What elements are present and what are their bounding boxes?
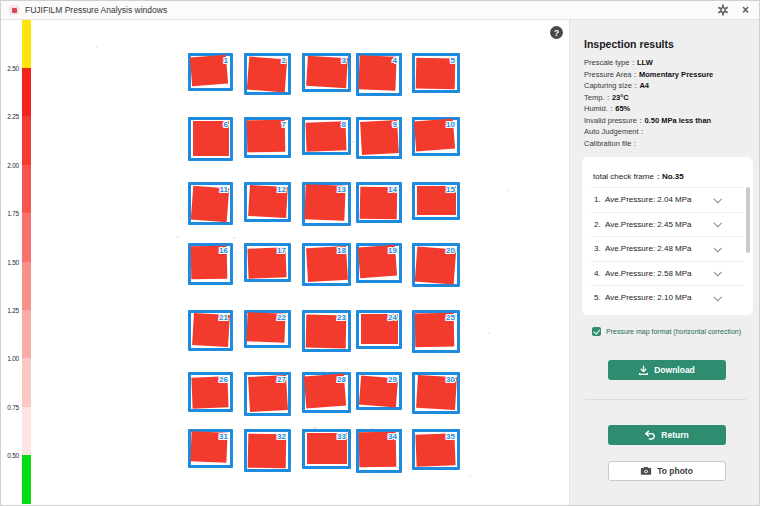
total-check-frame-value: No.35 bbox=[662, 172, 684, 181]
result-row[interactable]: 5.Ave.Pressure: 2.10 MPa bbox=[591, 285, 744, 310]
pressure-patch[interactable]: 24 bbox=[356, 310, 402, 349]
patch-number: 7 bbox=[282, 120, 286, 129]
pressure-map-format-checkbox[interactable] bbox=[592, 327, 601, 336]
patch-number: 25 bbox=[446, 313, 455, 322]
results-scrollbar[interactable] bbox=[746, 187, 750, 253]
chevron-down-icon[interactable] bbox=[713, 219, 721, 227]
app-icon bbox=[9, 5, 19, 15]
patch-number: 32 bbox=[277, 432, 286, 441]
scale-segment-above-max bbox=[22, 20, 31, 68]
field-value: 0.50 MPa less than bbox=[644, 116, 711, 125]
pressure-patch[interactable]: 27 bbox=[244, 372, 291, 416]
pressure-patch[interactable]: 13 bbox=[302, 182, 351, 226]
patch-number: 31 bbox=[219, 432, 228, 441]
field-value: 65% bbox=[615, 104, 630, 113]
pressure-patch[interactable]: 29 bbox=[356, 372, 402, 410]
patch-pressure-area bbox=[416, 58, 456, 90]
film-noise-speck bbox=[469, 475, 471, 477]
pressure-patch[interactable]: 23 bbox=[302, 310, 351, 352]
patch-number: 27 bbox=[277, 375, 286, 384]
result-row[interactable]: 3.Ave.Pressure: 2.48 MPa bbox=[591, 236, 744, 261]
result-text: Ave.Pressure: 2.10 MPa bbox=[605, 293, 692, 302]
pressure-patch[interactable]: 10 bbox=[412, 117, 460, 156]
pressure-patch[interactable]: 28 bbox=[302, 372, 351, 413]
pressure-patch[interactable]: 3 bbox=[302, 53, 351, 92]
patch-number: 28 bbox=[337, 375, 346, 384]
result-row[interactable]: 4.Ave.Pressure: 2.58 MPa bbox=[591, 261, 744, 286]
pressure-patch[interactable]: 30 bbox=[412, 372, 460, 414]
patch-number: 2 bbox=[282, 56, 286, 65]
to-photo-button[interactable]: To photo bbox=[608, 461, 726, 481]
patch-number: 34 bbox=[388, 432, 397, 441]
chevron-down-icon[interactable] bbox=[713, 268, 721, 276]
patch-number: 14 bbox=[388, 185, 397, 194]
result-row[interactable]: 2.Ave.Pressure: 2.45 MPa bbox=[591, 212, 744, 237]
pressure-patch[interactable]: 34 bbox=[356, 429, 402, 473]
total-check-frame-label: total check frame： bbox=[593, 172, 662, 181]
total-check-frame: total check frame：No.35 bbox=[591, 171, 744, 182]
pressure-patch[interactable]: 31 bbox=[188, 429, 233, 468]
patch-number: 16 bbox=[219, 246, 228, 255]
pressure-patch[interactable]: 15 bbox=[412, 182, 460, 220]
scale-segment bbox=[22, 68, 31, 117]
scale-tick-label: 1.50 bbox=[1, 258, 19, 265]
field-label: Calibration file : bbox=[584, 139, 636, 148]
patch-number: 5 bbox=[451, 56, 455, 65]
film-noise-speck bbox=[507, 189, 509, 191]
result-index: 2. bbox=[594, 220, 605, 229]
title-bar: FUJIFILM Pressure Analysis windows × bbox=[1, 1, 759, 20]
inspection-fields: Prescale type：LLWPressure Area：Momentary… bbox=[584, 57, 749, 149]
download-button[interactable]: Download bbox=[608, 360, 726, 380]
pressure-patch[interactable]: 32 bbox=[244, 429, 291, 472]
result-row[interactable]: 1.Ave.Pressure: 2.04 MPa bbox=[591, 187, 744, 212]
pressure-patch[interactable]: 12 bbox=[244, 182, 291, 222]
pressure-patch[interactable]: 26 bbox=[188, 372, 233, 412]
chevron-down-icon[interactable] bbox=[713, 195, 721, 203]
pressure-patch[interactable]: 1 bbox=[188, 53, 233, 91]
patch-number: 20 bbox=[446, 246, 455, 255]
field-label: Pressure Area： bbox=[584, 70, 639, 79]
chevron-down-icon[interactable] bbox=[713, 293, 721, 301]
field-label: Temp.： bbox=[584, 93, 612, 102]
pressure-patch[interactable]: 7 bbox=[244, 117, 291, 158]
inspection-field-row: Pressure Area：Momentary Pressure bbox=[584, 69, 749, 81]
chevron-down-icon[interactable] bbox=[713, 244, 721, 252]
scale-tick-label: 1.25 bbox=[1, 307, 19, 314]
scale-tick-label: 1.75 bbox=[1, 210, 19, 217]
pressure-patch[interactable]: 16 bbox=[188, 243, 233, 285]
inspection-results-panel: Inspection results Prescale type：LLWPres… bbox=[569, 20, 760, 505]
close-icon[interactable]: × bbox=[742, 4, 749, 16]
film-noise-speck bbox=[351, 141, 355, 143]
patch-number: 11 bbox=[220, 185, 228, 194]
pressure-patch[interactable]: 2 bbox=[244, 53, 291, 95]
return-button[interactable]: Return bbox=[608, 425, 726, 445]
pressure-patch[interactable]: 18 bbox=[302, 243, 351, 286]
film-noise-speck bbox=[233, 237, 236, 239]
inspection-field-row: Humid.：65% bbox=[584, 103, 749, 115]
pressure-patch[interactable]: 21 bbox=[188, 310, 233, 351]
field-label: Prescale type： bbox=[584, 58, 637, 67]
pressure-patch[interactable]: 14 bbox=[356, 182, 402, 223]
pressure-patch[interactable]: 19 bbox=[356, 243, 402, 283]
pressure-patch[interactable]: 20 bbox=[412, 243, 460, 287]
patch-number: 21 bbox=[219, 313, 228, 322]
pressure-patch[interactable]: 6 bbox=[188, 117, 233, 161]
pressure-patch[interactable]: 17 bbox=[244, 243, 291, 282]
film-noise-speck bbox=[176, 236, 179, 238]
pressure-patch[interactable]: 9 bbox=[356, 117, 402, 159]
settings-gear-icon[interactable] bbox=[717, 4, 729, 16]
pressure-patch[interactable]: 33 bbox=[302, 429, 351, 469]
pressure-patch[interactable]: 25 bbox=[412, 310, 460, 353]
pressure-patch[interactable]: 11 bbox=[188, 182, 233, 225]
pressure-patch[interactable]: 22 bbox=[244, 310, 291, 348]
pressure-patch[interactable]: 35 bbox=[412, 429, 460, 470]
pressure-patch[interactable]: 5 bbox=[412, 53, 460, 93]
scale-segment bbox=[22, 310, 31, 359]
result-text: Ave.Pressure: 2.04 MPa bbox=[605, 195, 692, 204]
help-icon[interactable]: ? bbox=[550, 26, 563, 39]
patch-number: 9 bbox=[393, 120, 397, 129]
pressure-patch[interactable]: 4 bbox=[356, 53, 402, 96]
patch-number: 33 bbox=[337, 432, 346, 441]
pressure-patch[interactable]: 8 bbox=[302, 117, 351, 155]
scale-segment bbox=[22, 165, 31, 214]
